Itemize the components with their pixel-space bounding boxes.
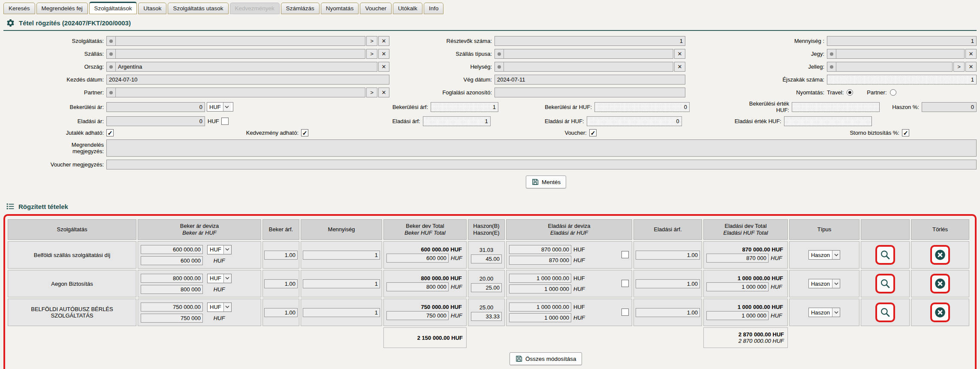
eladasi-ar-deviza-input[interactable]	[509, 245, 571, 254]
bekerulesi-ar-input[interactable]	[106, 102, 205, 112]
haszon-e-input[interactable]	[471, 283, 502, 292]
tipus-select[interactable]: Haszon	[808, 250, 840, 260]
beker-ar-huf-input	[141, 285, 203, 294]
szolgaltatas-field[interactable]	[106, 36, 365, 46]
haszon-pct-input[interactable]	[922, 102, 977, 112]
nyomtatas-travel-radio[interactable]	[847, 89, 853, 96]
partner-open-button[interactable]: >	[366, 88, 377, 97]
tab-info[interactable]: Info	[424, 3, 444, 14]
jelleg-input[interactable]	[836, 62, 952, 71]
jegy-field[interactable]	[827, 49, 965, 59]
nyomtatas-partner-radio[interactable]	[890, 89, 896, 96]
jelleg-label: Jelleg:	[685, 64, 824, 70]
tab-nyomtatas[interactable]: Nyomtatás	[321, 3, 359, 14]
helyseg-field[interactable]	[495, 62, 673, 72]
tab-szamlazas[interactable]: Számlázás	[281, 3, 320, 14]
veg-datum-input[interactable]	[495, 75, 685, 85]
partner-label: Partner:	[3, 89, 104, 96]
tab-utasok[interactable]: Utasok	[138, 3, 166, 14]
helyseg-input[interactable]	[504, 62, 673, 71]
orszag-field[interactable]	[106, 62, 377, 72]
szolgaltatas-input[interactable]	[116, 36, 365, 45]
eladasi-arf-input	[636, 251, 700, 260]
mennyiseg-input[interactable]	[303, 251, 380, 260]
currency-value: HUF	[207, 103, 223, 111]
jelleg-clear-button[interactable]: ✕	[965, 62, 977, 72]
beker-arf-input[interactable]	[264, 308, 298, 317]
beker-ar-deviza-input[interactable]	[141, 274, 203, 283]
szallas-input[interactable]	[116, 49, 365, 58]
bekerulesi-ar-huf-input	[594, 102, 690, 112]
bekerulesi-currency-select[interactable]: HUF	[207, 102, 233, 112]
voucher-megjegyzes-input[interactable]	[106, 160, 977, 169]
voucher-checkbox[interactable]	[589, 129, 597, 136]
beker-arf-input[interactable]	[264, 251, 298, 260]
helyseg-clear-button[interactable]: ✕	[674, 62, 685, 72]
szallas-open-button[interactable]: >	[366, 49, 377, 59]
szallas-tipusa-input[interactable]	[504, 49, 673, 58]
eladasi-ar-deviza-input[interactable]	[509, 274, 571, 283]
lens-cell	[861, 241, 910, 269]
orszag-input[interactable]	[116, 62, 377, 71]
partner-clear-button[interactable]: ✕	[378, 88, 389, 97]
delete-button[interactable]	[930, 274, 950, 293]
szolgaltatas-open-button[interactable]: >	[366, 36, 377, 46]
resztvevok-input[interactable]	[495, 36, 685, 46]
partner-field[interactable]	[106, 88, 365, 97]
mennyiseg-label: Mennyiség :	[685, 38, 824, 44]
save-button[interactable]: Mentés	[526, 175, 566, 188]
jegy-clear-button[interactable]: ✕	[965, 49, 977, 59]
jelleg-field[interactable]	[827, 62, 953, 72]
eladasi-checkbox[interactable]	[621, 280, 629, 287]
mennyiseg-input[interactable]	[827, 36, 977, 46]
eladasi-ar-deviza-input[interactable]	[509, 302, 571, 312]
update-all-button[interactable]: Összes módosítása	[510, 352, 582, 365]
beker-ar-deviza-input[interactable]	[141, 245, 203, 254]
tab-utokalk[interactable]: Utókalk	[393, 3, 422, 14]
mennyiseg-input[interactable]	[303, 279, 380, 288]
tipus-cell: Haszon	[789, 299, 859, 326]
tipus-select[interactable]: Haszon	[808, 279, 840, 288]
eladasi-ar-huf-input	[509, 256, 571, 265]
haszon-e-input[interactable]	[471, 312, 502, 321]
tab-voucher[interactable]: Voucher	[360, 3, 392, 14]
detail-lens-button[interactable]	[875, 245, 895, 265]
eladasi-checkbox[interactable]	[621, 251, 629, 258]
tab-kereses[interactable]: Keresés	[3, 3, 35, 14]
partner-input[interactable]	[116, 88, 365, 97]
eladasi-currency-checkbox[interactable]	[221, 118, 229, 125]
detail-lens-button[interactable]	[875, 302, 895, 322]
tab-szolgaltatas-utasok[interactable]: Szolgáltatás utasok	[168, 3, 228, 14]
szallas-tipusa-clear-button[interactable]: ✕	[674, 49, 685, 59]
jegy-input[interactable]	[836, 49, 964, 58]
szolgaltatas-clear-button[interactable]: ✕	[378, 36, 389, 46]
szallas-tipusa-field[interactable]	[495, 49, 673, 59]
megrendeles-megjegyzes-input[interactable]	[106, 139, 977, 157]
delete-button[interactable]	[930, 302, 950, 322]
storno-checkbox[interactable]	[902, 129, 909, 136]
eladasi-ar-cell: HUF HUF	[506, 241, 632, 269]
jutalek-checkbox[interactable]	[106, 129, 114, 136]
mennyiseg-input[interactable]	[303, 308, 380, 317]
eladasi-huf-total-input	[706, 282, 769, 291]
detail-lens-button[interactable]	[875, 274, 895, 293]
eladasi-checkbox[interactable]	[621, 309, 629, 316]
kedvezmeny-checkbox[interactable]	[301, 129, 308, 136]
beker-arf-input[interactable]	[264, 279, 298, 288]
szallas-clear-button[interactable]: ✕	[378, 49, 389, 59]
kezdes-datum-input[interactable]	[106, 75, 389, 85]
foglalasi-input[interactable]	[495, 88, 685, 97]
row-currency-select[interactable]: HUF	[207, 302, 232, 312]
tab-megrendeles-fej[interactable]: Megrendelés fej	[36, 3, 88, 14]
jelleg-open-button[interactable]: >	[953, 62, 965, 72]
eladasi-ar-input[interactable]	[106, 116, 205, 126]
delete-button[interactable]	[930, 245, 950, 265]
tab-szolgaltatasok[interactable]: Szolgáltatások	[89, 2, 137, 14]
tipus-select[interactable]: Haszon	[808, 308, 840, 317]
row-currency-select[interactable]: HUF	[207, 274, 232, 283]
orszag-clear-button[interactable]: ✕	[378, 62, 389, 72]
haszon-e-input[interactable]	[471, 254, 502, 263]
beker-ar-deviza-input[interactable]	[141, 302, 203, 312]
szallas-field[interactable]	[106, 49, 365, 59]
row-currency-select[interactable]: HUF	[207, 245, 232, 254]
